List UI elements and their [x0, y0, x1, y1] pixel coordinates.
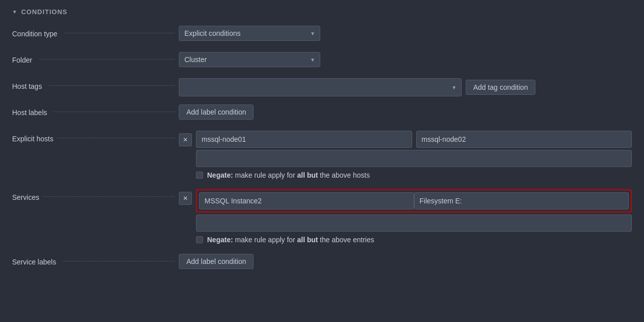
services-negate-checkbox[interactable]: [196, 236, 203, 243]
folder-row: Folder Cluster ▼: [12, 52, 632, 70]
services-negate-text: Negate: make rule apply for all but the …: [207, 236, 374, 244]
condition-type-control: Explicit conditions ▼: [179, 26, 632, 41]
condition-type-label: Condition type: [12, 26, 179, 38]
services-label: Services: [12, 193, 39, 201]
folder-select-wrapper: Cluster ▼: [179, 52, 320, 67]
service-labels-label: Service labels: [12, 254, 179, 266]
explicit-hosts-label-section: Explicit hosts: [12, 131, 179, 143]
host-tags-row: Host tags ▼ Add tag condition: [12, 78, 632, 96]
host-labels-control: Add label condition: [179, 104, 632, 120]
folder-control: Cluster ▼: [179, 52, 632, 67]
host-tags-select[interactable]: [179, 78, 462, 96]
services-negate-row: Negate: make rule apply for all but the …: [196, 234, 632, 246]
folder-label: Folder: [12, 52, 179, 64]
explicit-hosts-input-row-1: [196, 131, 632, 148]
services-clear-button[interactable]: ✕: [179, 192, 192, 205]
service-labels-control: Add label condition: [179, 254, 632, 269]
services-input-row-2: [196, 214, 632, 232]
add-tag-condition-button[interactable]: Add tag condition: [466, 80, 535, 95]
services-input-row-1: [199, 192, 629, 209]
service-labels-row: Service labels Add label condition: [12, 254, 632, 272]
folder-select[interactable]: Cluster: [179, 52, 320, 67]
conditions-panel: ▼ CONDITIONS Condition type Explicit con…: [0, 0, 644, 288]
dotted-line: [39, 59, 175, 60]
services-input-area: Negate: make rule apply for all but the …: [196, 189, 632, 246]
add-service-label-condition-button[interactable]: Add label condition: [179, 254, 254, 269]
host-labels-label: Host labels: [12, 104, 179, 117]
clear-icon: ✕: [183, 195, 188, 202]
host-tags-select-wrapper: ▼: [179, 78, 462, 96]
dotted-line: [49, 85, 175, 86]
section-header: ▼ CONDITIONS: [12, 8, 632, 16]
explicit-hosts-input-row-2: [196, 150, 632, 167]
condition-type-select-wrapper: Explicit conditions ▼: [179, 26, 320, 41]
add-host-label-condition-button[interactable]: Add label condition: [179, 104, 254, 120]
host-tags-label: Host tags: [12, 78, 179, 90]
host-tags-control: ▼ Add tag condition: [179, 78, 632, 96]
services-input-1[interactable]: [199, 192, 414, 209]
services-row: Services ✕ Negat: [12, 189, 632, 246]
services-input-2[interactable]: [414, 192, 629, 209]
services-label-section: Services: [12, 189, 179, 201]
dotted-line: [58, 138, 175, 138]
dotted-line: [43, 196, 175, 197]
explicit-host-input-2[interactable]: [416, 131, 632, 148]
explicit-hosts-input-area: Negate: make rule apply for all but the …: [196, 131, 632, 181]
explicit-hosts-clear-button[interactable]: ✕: [179, 133, 192, 146]
explicit-hosts-negate-checkbox[interactable]: [196, 172, 203, 179]
condition-type-select[interactable]: Explicit conditions: [179, 26, 320, 41]
host-labels-row: Host labels Add label condition: [12, 104, 632, 123]
section-chevron-icon[interactable]: ▼: [12, 9, 17, 15]
explicit-hosts-label: Explicit hosts: [12, 135, 54, 143]
explicit-hosts-row: Explicit hosts ✕ Negate: make: [12, 131, 632, 181]
services-control: ✕ Negate: make rule apply for: [179, 189, 632, 246]
explicit-hosts-negate-row: Negate: make rule apply for all but the …: [196, 169, 632, 181]
explicit-hosts-negate-text: Negate: make rule apply for all but the …: [207, 171, 370, 179]
explicit-hosts-control: ✕ Negate: make rule apply for all but: [179, 131, 632, 181]
dotted-line: [65, 33, 175, 33]
services-input-3[interactable]: [196, 214, 632, 232]
explicit-host-input-3[interactable]: [196, 150, 632, 167]
explicit-host-input-1[interactable]: [196, 131, 412, 148]
condition-type-row: Condition type Explicit conditions ▼: [12, 26, 632, 44]
clear-icon: ✕: [183, 136, 188, 143]
dotted-line: [54, 112, 175, 112]
dotted-line: [63, 261, 175, 261]
section-title: CONDITIONS: [21, 8, 68, 16]
services-highlight-border: [196, 189, 632, 212]
